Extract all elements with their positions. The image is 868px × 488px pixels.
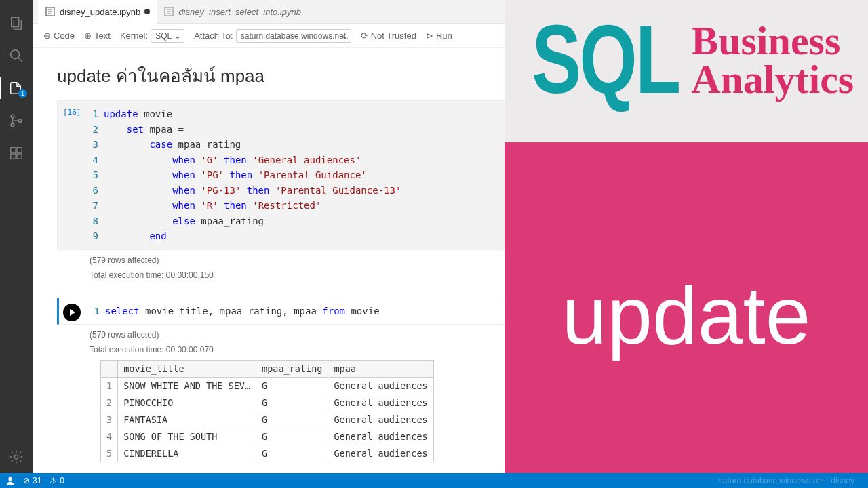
status-connection[interactable]: saturn.database.windows.net : disney [719, 476, 854, 485]
line-numbers: 1 [86, 298, 105, 325]
column-header[interactable]: movie_title [118, 361, 256, 378]
add-code-button[interactable]: ⊕Code [43, 30, 75, 41]
notebook-icon [163, 6, 174, 17]
overlay-update-text: update [561, 268, 810, 362]
svg-rect-8 [17, 148, 22, 152]
run-button[interactable]: ⊳Run [426, 30, 452, 41]
git-icon[interactable] [8, 113, 24, 129]
line-numbers: 123456789 [85, 101, 104, 249]
explorer-icon[interactable] [8, 15, 24, 31]
column-header[interactable]: mpaa [328, 361, 433, 378]
execution-count: [16] [58, 101, 85, 249]
column-header[interactable]: mpaa_rating [256, 361, 328, 378]
status-bar: ⊘31 ⚠0 saturn.database.windows.net : dis… [0, 473, 868, 488]
tab-label: disney_insert_select_into.ipynb [178, 7, 301, 17]
dirty-indicator [144, 9, 150, 14]
svg-point-4 [18, 119, 22, 123]
svg-rect-7 [17, 154, 22, 159]
overlay-business: Business [691, 22, 854, 60]
result-table: movie_titlempaa_ratingmpaa 1SNOW WHITE A… [100, 360, 434, 462]
tab-label: disney_update.ipynb [60, 7, 140, 17]
kernel-picker: Kernel: SQL ⌄ [120, 29, 184, 43]
thumbnail-overlay: SQL Business Analytics update [505, 0, 868, 488]
status-account-icon[interactable] [5, 476, 15, 485]
svg-point-1 [11, 50, 20, 59]
table-row[interactable]: 2PINOCCHIOGGeneral audiences [101, 394, 434, 411]
extensions-icon[interactable] [8, 145, 24, 161]
table-row[interactable]: 5CINDERELLAGGeneral audiences [101, 445, 434, 462]
attach-select[interactable]: saturn.database.windows.net, (⌄ [236, 29, 351, 43]
overlay-sql-text: SQL [532, 18, 679, 100]
run-cell-button[interactable] [63, 304, 81, 321]
svg-rect-0 [12, 18, 19, 27]
attach-picker: Attach To: saturn.database.windows.net, … [194, 29, 351, 43]
search-icon[interactable] [8, 47, 24, 64]
tab-disney-update[interactable]: disney_update.ipynb [38, 0, 157, 24]
status-errors[interactable]: ⊘31 [23, 476, 41, 485]
svg-point-2 [11, 115, 14, 118]
source-control-icon[interactable]: 1 [8, 80, 24, 96]
svg-rect-5 [11, 148, 16, 152]
notebook-icon [45, 6, 56, 17]
status-warnings[interactable]: ⚠0 [50, 476, 64, 485]
svg-rect-6 [11, 154, 16, 159]
overlay-analytics: Analytics [691, 60, 854, 99]
table-row[interactable]: 4SONG OF THE SOUTHGGeneral audiences [101, 428, 434, 445]
badge: 1 [18, 89, 27, 98]
settings-gear-icon[interactable] [8, 449, 24, 465]
kernel-select[interactable]: SQL ⌄ [151, 29, 184, 43]
trust-button[interactable]: ⟳Not Trusted [361, 30, 416, 41]
table-row[interactable]: 3FANTASIAGGeneral audiences [101, 411, 434, 428]
activity-bar: 1 [0, 0, 33, 473]
tab-disney-insert[interactable]: disney_insert_select_into.ipynb [157, 0, 308, 24]
svg-point-12 [8, 477, 12, 481]
table-row[interactable]: 1SNOW WHITE AND THE SEV…GGeneral audienc… [101, 378, 434, 394]
add-text-button[interactable]: ⊕Text [84, 30, 111, 41]
table-header-row: movie_titlempaa_ratingmpaa [101, 361, 434, 378]
svg-point-3 [11, 123, 14, 127]
svg-point-9 [14, 455, 18, 459]
